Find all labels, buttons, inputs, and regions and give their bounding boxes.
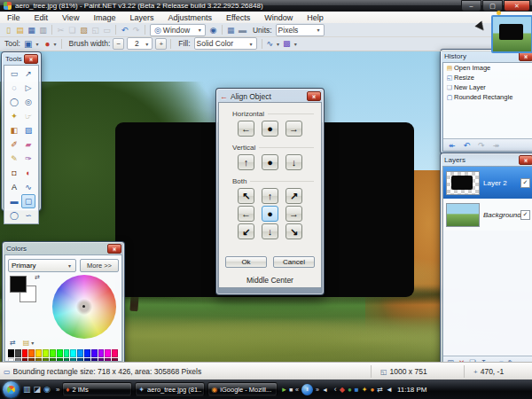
undo-icon[interactable]: ↶ [119, 26, 130, 35]
menu-item[interactable]: Layers [122, 13, 160, 22]
cut-icon[interactable]: ✂ [55, 26, 66, 35]
current-tool-icon[interactable]: ▣ [24, 39, 32, 49]
color-swatch[interactable] [50, 349, 56, 357]
fast-forward-icon[interactable]: ↠ [493, 141, 500, 150]
taskbar-button-paintnet[interactable]: ✦ aero_tree.jpg (81... [135, 382, 205, 396]
line-curve-tool[interactable]: ∿ [21, 180, 35, 194]
menu-item[interactable]: Window [257, 13, 300, 22]
save-icon[interactable]: ▦ [26, 26, 37, 35]
align-middle-button[interactable]: ● [262, 154, 278, 170]
swap-colors-icon[interactable]: ⇄ [35, 274, 40, 281]
color-swatch[interactable] [84, 349, 90, 357]
zoom-tool[interactable]: ◎ [21, 95, 35, 109]
redo-icon[interactable]: ↷ [478, 141, 485, 150]
copy-icon[interactable]: ❏ [66, 26, 78, 35]
chevron-down-icon[interactable]: ▾ [31, 340, 34, 346]
chevron-down-icon[interactable]: ▾ [53, 41, 56, 47]
media-pause-button[interactable]: ‖ [301, 384, 313, 395]
brush-width-increase-button[interactable]: + [155, 38, 167, 50]
close-icon[interactable]: ✕ [307, 91, 321, 101]
layers-palette-titlebar[interactable]: Layers ✕ [442, 155, 532, 166]
layer-row-layer2[interactable]: Layer 2 ✓ [443, 167, 532, 199]
align-top-left-button[interactable]: ↖ [238, 188, 254, 204]
media-previous-button[interactable]: « [295, 387, 299, 393]
close-icon[interactable]: ✕ [519, 155, 532, 165]
align-top-center-button[interactable]: ↑ [262, 188, 278, 204]
menu-item[interactable]: File [0, 13, 27, 22]
swap-colors-icon[interactable]: ⇄ [10, 339, 16, 347]
new-file-icon[interactable]: ▯ [3, 26, 14, 35]
menu-item[interactable]: Edit [27, 13, 56, 22]
color-swatch[interactable] [8, 349, 14, 357]
chevron-down-icon[interactable]: ▾ [294, 41, 297, 47]
color-swatch[interactable] [105, 349, 111, 357]
taskbar-button-browser[interactable]: ◉ iGoogle - Mozill... [207, 382, 278, 396]
layer-row-background[interactable]: Background ✓ [443, 199, 532, 231]
history-item[interactable]: ▢ Rounded Rectangle [443, 92, 532, 102]
media-next-button[interactable]: » [316, 387, 319, 393]
tray-network-icon[interactable]: ⇄ [377, 386, 383, 394]
align-middle-right-button[interactable]: → [286, 206, 302, 222]
color-swatch[interactable] [35, 349, 42, 357]
menu-item[interactable]: Help [300, 13, 331, 22]
close-icon[interactable]: ✕ [24, 54, 38, 64]
tray-icon-1[interactable]: ◆ [340, 386, 345, 394]
magic-wand-tool[interactable]: ✦ [7, 109, 21, 123]
rectangle-select-tool[interactable]: ▭ [7, 66, 21, 81]
gradient-tool[interactable]: ▨ [21, 123, 35, 137]
cancel-button[interactable]: Cancel [273, 256, 315, 268]
ellipse-shape-tool[interactable]: ◯ [7, 208, 21, 223]
rewind-icon[interactable]: ↞ [449, 141, 456, 150]
color-swatch[interactable] [112, 349, 118, 357]
color-swatch[interactable] [22, 349, 28, 357]
maximize-button[interactable]: ▢ [482, 0, 503, 12]
close-button[interactable]: ✕ [504, 0, 530, 12]
color-swatch[interactable] [15, 349, 21, 357]
close-icon[interactable]: ✕ [107, 244, 121, 254]
menu-item[interactable]: View [55, 13, 86, 22]
open-folder-icon[interactable]: ▤ [14, 26, 26, 35]
align-center-button[interactable]: ● [262, 121, 278, 137]
rounded-rectangle-shape-tool[interactable]: ▢ [21, 194, 35, 208]
menu-item[interactable]: Image [86, 13, 122, 22]
tools-palette-titlebar[interactable]: Tools ✕ [4, 54, 39, 65]
history-item[interactable]: ▤ Open Image [443, 63, 532, 73]
move-selection-tool[interactable]: ▷ [21, 81, 35, 95]
menu-item[interactable]: Effects [219, 13, 257, 22]
primary-color-swatch[interactable] [10, 276, 27, 293]
media-volume-button[interactable]: ◄ [322, 387, 328, 393]
align-bottom-button[interactable]: ↓ [286, 154, 302, 170]
tray-icon-4[interactable]: ✦ [362, 386, 368, 394]
redo-icon[interactable]: ↷ [130, 26, 142, 35]
lasso-select-tool[interactable]: ◌ [7, 81, 21, 95]
ruler-toggle-icon[interactable]: ▬ [237, 26, 248, 35]
chevron-down-icon[interactable]: ▾ [35, 41, 38, 47]
crop-icon[interactable]: ◱ [90, 26, 101, 35]
clone-stamp-tool[interactable]: ◘ [7, 166, 21, 180]
color-swatch[interactable] [70, 349, 76, 357]
align-bottom-center-button[interactable]: ↓ [262, 223, 278, 239]
colors-palette-titlebar[interactable]: Colors ✕ [4, 244, 122, 254]
color-mode-dropdown[interactable]: Primary ▾ [8, 259, 76, 272]
tray-icon-2[interactable]: ● [348, 386, 352, 394]
align-top-right-button[interactable]: ↗ [286, 188, 302, 204]
align-bottom-right-button[interactable]: ↘ [286, 223, 302, 239]
align-bottom-left-button[interactable]: ↙ [238, 223, 254, 239]
align-right-button[interactable]: → [286, 121, 302, 137]
color-swatch[interactable] [91, 349, 98, 357]
align-middle-center-button[interactable]: ● [262, 206, 278, 222]
more-options-button[interactable]: More >> [80, 259, 119, 272]
move-selected-pixels-tool[interactable]: ↗ [21, 66, 35, 81]
palette-manager-icon[interactable]: ▤ [23, 339, 30, 347]
browser-quicklaunch-icon[interactable]: ◉ [43, 385, 51, 394]
show-desktop-icon[interactable]: ▥ [23, 385, 31, 394]
tray-volume-icon[interactable]: ◄ [386, 386, 393, 394]
units-dropdown[interactable]: Pixels ▾ [276, 24, 325, 36]
media-stop-button[interactable]: ■ [289, 387, 293, 393]
print-icon[interactable]: ▥ [37, 26, 49, 35]
color-picker-tool[interactable]: ✑ [21, 152, 35, 166]
freeform-shape-tool[interactable]: ∽ [21, 208, 35, 223]
rectangle-shape-tool[interactable]: ▬ [7, 194, 21, 208]
ok-button[interactable]: Ok [225, 256, 267, 268]
pan-tool[interactable]: ☞ [21, 109, 35, 123]
